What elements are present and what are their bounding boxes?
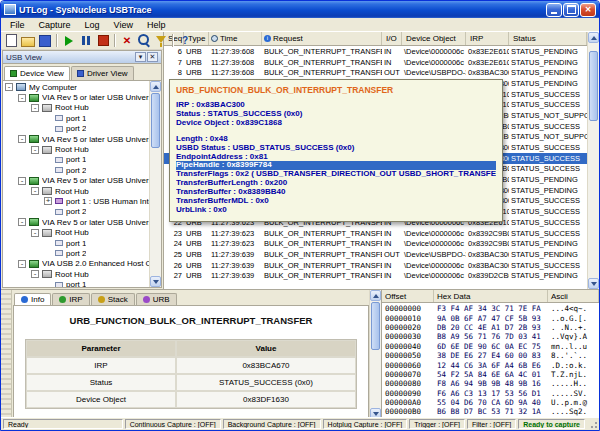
hex-ascii: 8..'.`.. <box>548 351 599 360</box>
tree-expander-icon[interactable]: - <box>18 260 26 268</box>
cell-io: IN <box>382 271 402 280</box>
info-panel-grip[interactable] <box>1 290 12 419</box>
scroll-track[interactable] <box>150 92 161 276</box>
scroll-thumb[interactable] <box>589 51 598 121</box>
tree-item[interactable]: port 1 <box>3 279 149 287</box>
tab-urb[interactable]: URB <box>136 293 177 305</box>
tree-expander-icon[interactable]: - <box>31 104 39 112</box>
maximize-button[interactable] <box>563 3 579 17</box>
tree-expander-icon[interactable]: - <box>5 83 13 91</box>
tree-expander-icon[interactable]: - <box>18 218 26 226</box>
minimize-button[interactable] <box>546 3 562 17</box>
menu-item[interactable]: File <box>3 19 32 31</box>
usbview-close-button[interactable] <box>147 52 158 62</box>
tree-expander-icon[interactable]: - <box>31 187 39 195</box>
trace-row[interactable]: 26URB11:27:39:639BULK_OR_INTERRUPT_TRANS… <box>164 260 587 271</box>
tree-expander-icon[interactable]: - <box>18 94 26 102</box>
tree-expander-icon[interactable]: - <box>31 146 39 154</box>
tree-item[interactable]: port 2 <box>3 207 149 217</box>
column-header[interactable]: I/O <box>382 32 402 45</box>
tree-expander-icon[interactable]: - <box>31 229 39 237</box>
tree-item[interactable]: -Root Hub <box>3 227 149 237</box>
scroll-up-icon[interactable] <box>150 81 161 92</box>
find-button[interactable] <box>136 33 152 48</box>
cell-device-object: \Device\0000006c <box>402 239 466 248</box>
save-log-button[interactable] <box>37 33 53 48</box>
stop-capture-button[interactable] <box>95 33 111 48</box>
column-header[interactable]: Status <box>509 32 587 45</box>
scroll-down-icon[interactable] <box>150 276 161 287</box>
close-button[interactable] <box>580 3 596 17</box>
cell-type: URB <box>184 250 209 259</box>
tab-device-view[interactable]: Device View <box>4 66 70 80</box>
scroll-up-icon[interactable] <box>588 32 599 43</box>
trace-row[interactable]: 24URB11:27:39:623BULK_OR_INTERRUPT_TRANS… <box>164 238 587 249</box>
tree-item[interactable]: -VIA Rev 5 or later USB Universal Host C… <box>3 134 149 144</box>
scroll-thumb[interactable] <box>371 302 380 350</box>
tree-item[interactable]: -VIA Rev 5 or later USB Universal Host C… <box>3 217 149 227</box>
tree-item[interactable]: -My Computer <box>3 82 149 92</box>
tree-expander-icon[interactable]: - <box>18 135 26 143</box>
tab-stack[interactable]: Stack <box>91 293 135 305</box>
tree-item[interactable]: -VIA Rev 5 or later USB Universal Host C… <box>3 176 149 186</box>
open-log-button[interactable] <box>20 33 36 48</box>
tree-item[interactable]: -Root Hub <box>3 269 149 279</box>
tree-item[interactable]: -Root Hub <box>3 186 149 196</box>
hex-offset: 00000050 <box>382 351 434 360</box>
trace-scrollbar[interactable] <box>587 32 599 289</box>
tree-expander-icon[interactable]: + <box>44 197 52 205</box>
trace-row[interactable]: 6URB11:27:39:608BULK_OR_INTERRUPT_TRANSF… <box>164 46 587 57</box>
tab-driver-view[interactable]: Driver View <box>71 66 134 80</box>
column-header[interactable]: Request <box>262 32 382 45</box>
menu-item[interactable]: View <box>107 19 140 31</box>
tree-scrollbar[interactable] <box>149 81 161 287</box>
menu-item[interactable]: Log <box>78 19 107 31</box>
menu-item[interactable]: Help <box>140 19 173 31</box>
tab-irp[interactable]: IRP <box>52 293 89 305</box>
title-bar[interactable]: UTLog - SysNucleus USBTrace <box>1 1 599 18</box>
start-capture-button[interactable] <box>61 33 77 48</box>
tree-item[interactable]: -VIA USB 2.0 Enhanced Host Controller <box>3 259 149 269</box>
tree-item[interactable]: port 2 <box>3 124 149 134</box>
trace-row[interactable]: 8URB11:27:39:608BULK_OR_INTERRUPT_TRANSF… <box>164 67 587 78</box>
tree-item[interactable]: +port 1 : USB Human Interface Device <box>3 196 149 206</box>
cell-seq: 25 <box>164 250 184 259</box>
new-capture-button[interactable] <box>3 33 19 48</box>
column-header[interactable]: Time <box>209 32 262 45</box>
trace-row[interactable]: 25URB11:27:39:639BULK_OR_INTERRUPT_TRANS… <box>164 249 587 260</box>
tree-item[interactable]: port 2 <box>3 248 149 258</box>
trace-row[interactable]: 7URB11:27:39:608BULK_OR_INTERRUPT_TRANSF… <box>164 57 587 68</box>
cell-device-object: \Device\0000006c <box>402 229 466 238</box>
scroll-track[interactable] <box>588 43 599 278</box>
tree-item[interactable]: -Root Hub <box>3 144 149 154</box>
menu-bar: FileCaptureLogViewHelp <box>1 18 599 32</box>
scroll-thumb[interactable] <box>151 93 160 148</box>
scroll-up-icon[interactable] <box>370 290 381 301</box>
filter-button[interactable] <box>153 33 169 48</box>
scroll-down-icon[interactable] <box>588 278 599 289</box>
column-header[interactable]: Device Object <box>402 32 466 45</box>
tree-expander-icon[interactable]: - <box>31 270 39 278</box>
resize-grip[interactable] <box>588 419 598 429</box>
trace-row[interactable]: 27URB11:27:39:639BULK_OR_INTERRUPT_TRANS… <box>164 270 587 281</box>
tree-item[interactable]: port 1 <box>3 155 149 165</box>
pause-capture-button[interactable] <box>78 33 94 48</box>
menu-item[interactable]: Capture <box>32 19 78 31</box>
tree-item[interactable]: port 1 <box>3 113 149 123</box>
usbview-pin-button[interactable] <box>135 52 146 62</box>
scroll-track[interactable] <box>370 301 381 408</box>
tab-info[interactable]: Info <box>14 293 51 305</box>
tree-item[interactable]: port 2 <box>3 165 149 175</box>
tree-expander-icon[interactable]: - <box>18 177 26 185</box>
tree-item[interactable]: -VIA Rev 5 or later USB Universal Host C… <box>3 92 149 102</box>
info-scrollbar[interactable] <box>369 290 381 419</box>
tree-item-label: port 1 : USB Human Interface Device <box>66 197 149 206</box>
trace-row[interactable]: 23URB11:27:39:623BULK_OR_INTERRUPT_TRANS… <box>164 228 587 239</box>
tree-item[interactable]: port 1 <box>3 238 149 248</box>
cell-type: URB <box>184 271 209 280</box>
clear-log-button[interactable] <box>119 33 135 48</box>
column-header[interactable]: IRP <box>466 32 509 45</box>
tree-item[interactable]: -Root Hub <box>3 103 149 113</box>
help-button[interactable] <box>177 33 193 48</box>
parameter-name: IRP <box>26 357 176 374</box>
